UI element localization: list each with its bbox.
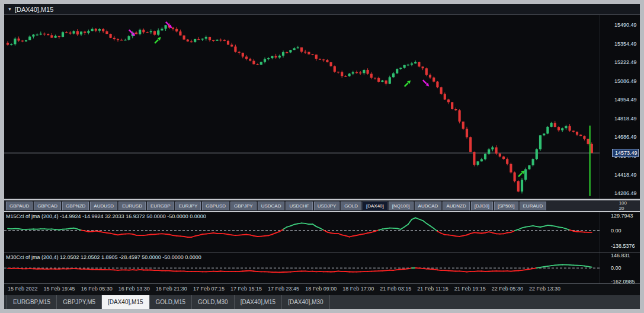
strip-scale-label: 20 <box>619 206 627 211</box>
chart-title: [DAX40],M15 <box>15 6 53 13</box>
price-axis-label: 14418.49 <box>614 172 637 178</box>
chart-tab-GOLD-M15[interactable]: GOLD,M15 <box>150 295 193 309</box>
time-axis-label: 17 Feb 07:15 <box>193 286 225 295</box>
indicator-axis-label: 129.7943 <box>611 213 633 219</box>
symbol-tab-GOLD[interactable]: GOLD <box>341 202 361 210</box>
symbol-tab-EURUSD[interactable]: EURUSD <box>118 202 146 210</box>
price-axis-label: 15490.49 <box>614 22 637 28</box>
indicator-axis-label: -162.0985 <box>611 279 635 284</box>
symbol-tab-DAX40[interactable]: [DAX40] <box>363 202 387 210</box>
indicator-pane-m15cci[interactable]: M15Cci of jma (200,4) -14.9924 -14.9924 … <box>4 212 640 253</box>
strip-scale-label: 100 <box>619 200 627 206</box>
symbol-tab-USDCAD[interactable]: USDCAD <box>258 202 285 210</box>
time-axis-label: 21 Feb 19:15 <box>454 286 486 295</box>
indicator-m30cci-axis[interactable]: 146.8310.00-162.0985 <box>600 253 640 283</box>
indicator-m30cci-label: M30Cci of jma (200,4) 12.0502 12.0502 1.… <box>6 254 201 260</box>
time-axis-label: 16 Feb 05:30 <box>81 286 113 295</box>
symbol-tab-NQ100[interactable]: [NQ100] <box>389 202 414 210</box>
symbol-tab-DJI30[interactable]: [DJI30] <box>471 202 493 210</box>
indicator-axis-label: 0.00 <box>611 228 621 234</box>
candlestick-canvas[interactable] <box>4 15 600 199</box>
symbol-tab-GBPCAD[interactable]: GBPCAD <box>34 202 61 210</box>
price-axis-label: 15086.49 <box>614 78 637 84</box>
time-axis-label: 18 Feb 09:00 <box>305 286 337 295</box>
symbol-tab-SP500[interactable]: [SP500] <box>494 202 518 210</box>
current-price-label: 14573.49 <box>612 149 639 157</box>
price-axis-label: 15222.49 <box>614 59 637 65</box>
symbol-tab-GBPAUD[interactable]: GBPAUD <box>6 202 33 210</box>
time-axis-label: 21 Feb 03:15 <box>380 286 411 295</box>
chart-tab--DAX40--M15[interactable]: [DAX40],M15 <box>102 295 149 309</box>
price-axis-label: 14686.49 <box>614 134 637 140</box>
price-axis-label: 14954.49 <box>614 97 637 103</box>
time-axis-label: 21 Feb 11:15 <box>417 286 448 295</box>
sell-signal-arrow-icon <box>423 80 430 87</box>
chart-tab-GBPJPY-M5[interactable]: GBPJPY,M5 <box>57 295 102 309</box>
time-axis-label: 16 Feb 13:30 <box>118 286 150 295</box>
chart-tab-EURGBP-M15[interactable]: EURGBP,M15 <box>7 295 57 309</box>
time-axis-label: 22 Feb 05:30 <box>492 286 523 295</box>
symbol-tab-EURJPY[interactable]: EURJPY <box>175 202 201 210</box>
symbol-tab-AUDNZD[interactable]: AUDNZD <box>443 202 469 210</box>
chart-titlebar: ▼ [DAX40],M15 <box>4 4 640 15</box>
symbol-tab-strip: 10020 GBPAUDGBPCADGBPNZDAUDUSDEURUSDEURG… <box>4 199 640 212</box>
indicator-m15cci-axis[interactable]: 129.79430.00-138.5376 <box>600 212 640 253</box>
chart-menu-triangle-icon[interactable]: ▼ <box>8 7 12 11</box>
indicator-axis-label: 0.00 <box>611 265 621 271</box>
symbol-tab-USDCHF[interactable]: USDCHF <box>286 202 312 210</box>
price-axis-label: 15354.49 <box>614 41 637 47</box>
indicator-m15cci-label: M15Cci of jma (200,4) -14.9924 -14.9924 … <box>6 213 206 219</box>
symbol-tab-EURGBP[interactable]: EURGBP <box>147 202 174 210</box>
symbol-tab-GBPNZD[interactable]: GBPNZD <box>62 202 89 210</box>
strip-scale-labels: 10020 <box>619 200 627 211</box>
time-axis-label: 17 Feb 23:45 <box>268 286 299 295</box>
symbol-tab-AUDUSD[interactable]: AUDUSD <box>90 202 117 210</box>
time-axis[interactable]: 15 Feb 202215 Feb 19:4516 Feb 05:3016 Fe… <box>4 284 640 295</box>
main-price-chart[interactable]: 14573.49 15490.4915354.4915222.4915086.4… <box>4 15 640 199</box>
symbol-tab-USDJPY[interactable]: USDJPY <box>314 202 340 210</box>
price-axis[interactable]: 14573.49 15490.4915354.4915222.4915086.4… <box>600 15 640 199</box>
buy-signal-arrow-icon <box>518 170 525 177</box>
time-axis-label: 16 Feb 21:30 <box>156 286 187 295</box>
symbol-tab-AUDCAD[interactable]: AUDCAD <box>415 202 442 210</box>
time-axis-label: 18 Feb 17:00 <box>342 286 374 295</box>
time-axis-label: 15 Feb 2022 <box>8 286 38 295</box>
indicator-axis-label: 146.831 <box>611 253 630 258</box>
symbol-tabs-row: 10020 GBPAUDGBPCADGBPNZDAUDUSDEURUSDEURG… <box>4 200 640 211</box>
chart-tab--DAX40--M30[interactable]: [DAX40],M30 <box>282 295 329 309</box>
chart-tabs-bar: EURGBP,M15GBPJPY,M5[DAX40],M15GOLD,M15GO… <box>4 295 640 309</box>
chart-tab-GOLD-M30[interactable]: GOLD,M30 <box>192 295 235 309</box>
time-axis-label: 17 Feb 15:15 <box>230 286 262 295</box>
price-axis-label: 14818.49 <box>614 116 637 122</box>
time-labels-row: 15 Feb 202215 Feb 19:4516 Feb 05:3016 Fe… <box>4 284 600 295</box>
indicator-axis-label: -138.5376 <box>611 243 635 249</box>
symbol-tab-GBPJPY[interactable]: GBPJPY <box>230 202 257 210</box>
chart-tab--DAX40--M15[interactable]: [DAX40],M15 <box>235 295 282 309</box>
indicator-pane-m30cci[interactable]: M30Cci of jma (200,4) 12.0502 12.0502 1.… <box>4 253 640 284</box>
time-axis-label: 15 Feb 19:45 <box>44 286 75 295</box>
buy-signal-arrow-icon <box>405 80 411 87</box>
mt4-window: ▼ [DAX40],M15 14573.49 15490.4915354.491… <box>0 0 644 313</box>
time-axis-label: 22 Feb 13:30 <box>529 286 560 295</box>
chart-window: ▼ [DAX40],M15 14573.49 15490.4915354.491… <box>4 4 640 309</box>
buy-signal-arrow-icon <box>155 37 161 43</box>
symbol-tab-GBPUSD[interactable]: GBPUSD <box>202 202 229 210</box>
symbol-tab-EURAUD[interactable]: EURAUD <box>520 202 547 210</box>
price-axis-label: 14286.49 <box>614 190 637 196</box>
